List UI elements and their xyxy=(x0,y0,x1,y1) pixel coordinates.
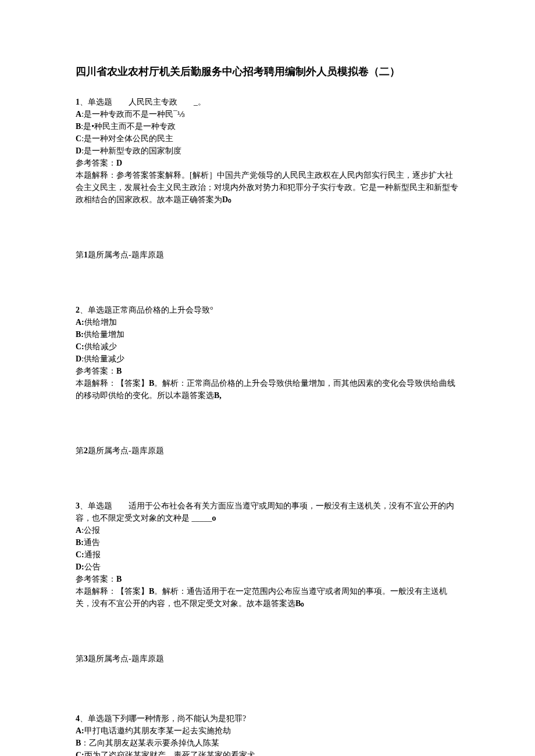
q1-option-d: D:是一种新型专政的国家制度 xyxy=(76,145,459,157)
q2-answer: 参考答案：B xyxy=(76,365,459,377)
question-4: 4、单选题下列哪一种情形，尚不能认为是犯罪? A:甲打电话邀约其朋友李某一起去实… xyxy=(76,712,459,756)
q3-explanation: 本题解释：【答案】B。解析：通告适用于在一定范围内公布应当遵守或者周知的事项。一… xyxy=(76,585,459,610)
document-title: 四川省农业农村厅机关后勤服务中心招考聘用编制外人员模拟卷（二） xyxy=(76,64,459,80)
q1-option-b: B:是•种民主而不是一种专政 xyxy=(76,120,459,132)
q1-answer: 参考答案：D xyxy=(76,157,459,169)
q4-option-b: B：乙向其朋友赵某表示要杀掉仇人陈某 xyxy=(76,737,459,749)
q4-header: 4、单选题下列哪一种情形，尚不能认为是犯罪? xyxy=(76,712,459,725)
q3-header: 3、单选题 适用于公布社会各有关方面应当遵守或周知的事项，一般没有主送机关，没有… xyxy=(76,500,459,524)
question-1: 1、单选题 人民民主专政 _。 A:是一种专政而不是一种民¯⅓ B:是•种民主而… xyxy=(76,96,459,206)
q3-option-c: C:通报 xyxy=(76,549,459,561)
q3-answer: 参考答案：B xyxy=(76,573,459,585)
q2-option-d: D:供给量减少 xyxy=(76,353,459,365)
q1-header: 1、单选题 人民民主专政 _。 xyxy=(76,96,459,108)
q4-option-a: A:甲打电话邀约其朋友李某一起去实施抢劫 xyxy=(76,725,459,737)
q2-option-a: A:供给增加 xyxy=(76,316,459,328)
q1-option-a: A:是一种专政而不是一种民¯⅓ xyxy=(76,108,459,120)
q3-option-d: D:公告 xyxy=(76,561,459,573)
q1-explanation: 本题解释：参考答案答案解释。[解析］中国共产党领导的人民民主政权在人民内部实行民… xyxy=(76,169,459,206)
question-3: 3、单选题 适用于公布社会各有关方面应当遵守或周知的事项，一般没有主送机关，没有… xyxy=(76,500,459,610)
spacer xyxy=(76,218,459,249)
q2-header: 2、单选题正常商品价格的上升会导致° xyxy=(76,304,459,316)
q2-option-b: B:供给量增加 xyxy=(76,328,459,341)
document-page: 四川省农业农村厅机关后勤服务中心招考聘用编制外人员模拟卷（二） 1、单选题 人民… xyxy=(0,0,535,756)
q3-option-b: B:通告 xyxy=(76,536,459,549)
q3-knowledge-point: 第3题所属考点-题库原题 xyxy=(76,653,459,665)
spacer xyxy=(76,622,459,653)
q1-option-c: C:是一种对全体公民的民主 xyxy=(76,132,459,145)
spacer xyxy=(76,470,459,500)
q4-option-c: C:丙为了盗窃张某家财产，毒死了张某家的看家犬 xyxy=(76,749,459,756)
q1-knowledge-point: 第1题所属考点-题库原题 xyxy=(76,249,459,261)
question-2: 2、单选题正常商品价格的上升会导致° A:供给增加 B:供给量增加 C:供给减少… xyxy=(76,304,459,402)
q2-knowledge-point: 第2题所属考点-题库原题 xyxy=(76,445,459,457)
spacer xyxy=(76,678,459,712)
q2-explanation: 本题解释：【答案】B。解析：正常商品价格的上升会导致供给量增加，而其他因素的变化… xyxy=(76,377,459,402)
q3-option-a: A:公报 xyxy=(76,524,459,536)
q2-option-c: C:供给减少 xyxy=(76,341,459,353)
spacer xyxy=(76,414,459,445)
spacer xyxy=(76,274,459,304)
